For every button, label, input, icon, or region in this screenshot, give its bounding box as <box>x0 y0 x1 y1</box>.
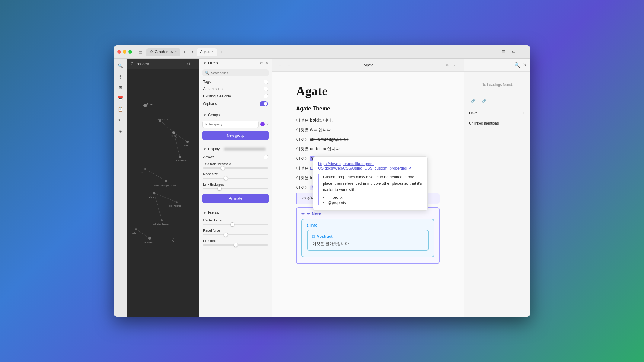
text-fade-thumb[interactable] <box>221 166 225 170</box>
tags-checkbox[interactable] <box>264 80 268 84</box>
right-close-icon[interactable]: ✕ <box>523 62 527 68</box>
tab-dropdown-button[interactable]: ▾ <box>189 48 196 56</box>
tag-icon[interactable]: 🏷 <box>510 48 517 56</box>
doc-subtitle: Agate Theme <box>296 106 440 112</box>
node-size-thumb[interactable] <box>224 176 228 180</box>
link-icon[interactable]: 🔗 <box>469 97 477 105</box>
link-thickness-label: Link thickness <box>203 183 268 186</box>
strike-text: strike-through입니다 <box>310 137 349 142</box>
add-tab-button[interactable]: + <box>218 48 225 56</box>
groups-label: Groups <box>208 113 220 117</box>
title-bar: ▤ ⬡ Graph view × + ▾ Agate × + ☰ 🏷 ⊞ <box>114 45 530 59</box>
existing-files-label: Existing files only <box>203 94 231 98</box>
minimize-button[interactable] <box>123 50 126 54</box>
right-panel-header: 🔍 ✕ <box>464 59 530 72</box>
sidebar-icon-search[interactable]: 🔍 <box>116 61 125 71</box>
filters-refresh-icon[interactable]: ↺ <box>260 61 263 65</box>
svg-line-1 <box>160 121 174 133</box>
graph-canvas[interactable]: React 꽤에서의 프 Netlify UVC Cloudinary IS F… <box>127 69 199 317</box>
underline-text: underline입니다 <box>310 146 340 151</box>
backlink-icon[interactable]: 🔗 <box>480 97 488 105</box>
sidebar-icon-bookmark[interactable]: ◈ <box>116 126 125 136</box>
graph-settings-icon[interactable]: ··· <box>193 62 196 66</box>
list-icon[interactable]: ☰ <box>500 48 507 56</box>
more-options-icon[interactable]: ··· <box>453 62 459 69</box>
svg-text:IS: IS <box>141 171 143 174</box>
filters-section-header[interactable]: ▼ Filters ↺ × <box>199 59 272 68</box>
note-label: ✏ Note <box>307 211 321 216</box>
svg-text:Flash of unstyled conte: Flash of unstyled conte <box>154 184 176 187</box>
search-input[interactable] <box>211 71 266 75</box>
svg-text:꽤에서의 프: 꽤에서의 프 <box>157 118 168 120</box>
display-section-header[interactable]: ▼ Display <box>199 144 272 154</box>
new-tab-button[interactable]: + <box>181 48 188 56</box>
tab-agate-close[interactable]: × <box>212 50 213 53</box>
node-size-track[interactable] <box>203 178 268 179</box>
repel-force-thumb[interactable] <box>224 233 228 237</box>
svg-point-19 <box>135 228 137 230</box>
orphans-toggle[interactable] <box>260 101 268 106</box>
forward-button[interactable]: → <box>286 62 292 69</box>
back-button[interactable]: ← <box>277 62 283 69</box>
attachments-checkbox[interactable] <box>264 87 268 91</box>
tooltip-link[interactable]: https://developer.mozilla.org/en-US/docs… <box>318 161 422 170</box>
abstract-icon: □ <box>312 234 315 239</box>
abstract-text: 이것은 콜아웃입니다 <box>312 241 423 246</box>
center-force-track[interactable] <box>203 224 268 225</box>
doc-title: Agate <box>296 84 440 98</box>
tab-graph-view[interactable]: ⬡ Graph view × <box>146 48 180 56</box>
text-fade-track[interactable] <box>203 167 268 169</box>
link-thickness-track[interactable] <box>203 188 268 189</box>
group-query-row: × <box>199 119 272 129</box>
display-arrow-icon: ▼ <box>203 148 206 151</box>
animate-button[interactable]: Animate <box>202 194 269 203</box>
link-force-thumb[interactable] <box>234 243 238 247</box>
pencil-icon: ✏ <box>301 211 305 216</box>
link-force-label: Link force <box>203 239 268 243</box>
forces-section-header[interactable]: ▼ Forces <box>199 208 272 217</box>
new-group-button[interactable]: New group <box>202 131 269 140</box>
layout-icon[interactable]: ⊞ <box>519 48 527 56</box>
tab-agate[interactable]: Agate × <box>197 48 217 56</box>
search-box[interactable]: 🔍 <box>202 69 269 76</box>
group-query-input[interactable] <box>202 121 259 128</box>
info-callout: ℹ Info □ Abstract 이것은 콜아웃입니다 <box>301 219 434 257</box>
sidebar-icon-terminal[interactable]: >_ <box>116 115 125 125</box>
graph-refresh-icon[interactable]: ↺ <box>187 62 190 66</box>
link-thickness-thumb[interactable] <box>217 186 222 191</box>
edit-icon[interactable]: ✏ <box>445 62 451 69</box>
sidebar-icon-graph[interactable]: ◎ <box>116 72 125 81</box>
sidebar-icon-grid[interactable]: ⊞ <box>116 83 125 92</box>
svg-point-14 <box>144 168 146 170</box>
svg-text:React: React <box>147 103 154 106</box>
text-fade-label: Text fade threshold <box>203 162 268 166</box>
right-search-icon[interactable]: 🔍 <box>514 62 520 68</box>
color-dot[interactable] <box>260 122 265 126</box>
repel-force-row: Repel force <box>199 227 272 238</box>
center-force-thumb[interactable] <box>230 222 234 227</box>
groups-section-header[interactable]: ▼ Groups <box>199 110 272 119</box>
tab-graph-close[interactable]: × <box>175 50 177 53</box>
unlinked-label: Unlinked mentions <box>469 121 499 125</box>
filters-close-icon[interactable]: × <box>266 61 268 65</box>
maximize-button[interactable] <box>128 50 132 54</box>
tooltip-list-item-1: — prefix <box>328 195 422 200</box>
arrows-label: Arrows <box>203 155 214 159</box>
sidebar-icon-calendar[interactable]: 📅 <box>116 94 125 103</box>
sidebar-toggle-icon[interactable]: ▤ <box>137 48 144 56</box>
link-force-row: Link force <box>199 238 272 248</box>
repel-force-track[interactable] <box>203 234 268 235</box>
tooltip-body: Custom properties allow a value to be de… <box>318 174 422 205</box>
existing-files-checkbox[interactable] <box>264 94 268 98</box>
groups-arrow-icon: ▼ <box>203 113 206 117</box>
arrows-checkbox[interactable] <box>264 155 268 159</box>
settings-panel: ▼ Filters ↺ × 🔍 Tags Attachments Existin… <box>199 59 272 317</box>
svg-text:Cloudinary: Cloudinary <box>176 160 187 162</box>
editor-tab-title: Agate <box>295 63 442 67</box>
close-button[interactable] <box>117 50 121 54</box>
note-callout: ✏ ✏ Note ℹ Info □ Abstract <box>296 207 440 264</box>
sidebar-icon-file[interactable]: 📋 <box>116 104 125 114</box>
link-force-track[interactable] <box>203 244 268 246</box>
group-remove-icon[interactable]: × <box>266 122 269 126</box>
divider-2 <box>199 143 272 143</box>
